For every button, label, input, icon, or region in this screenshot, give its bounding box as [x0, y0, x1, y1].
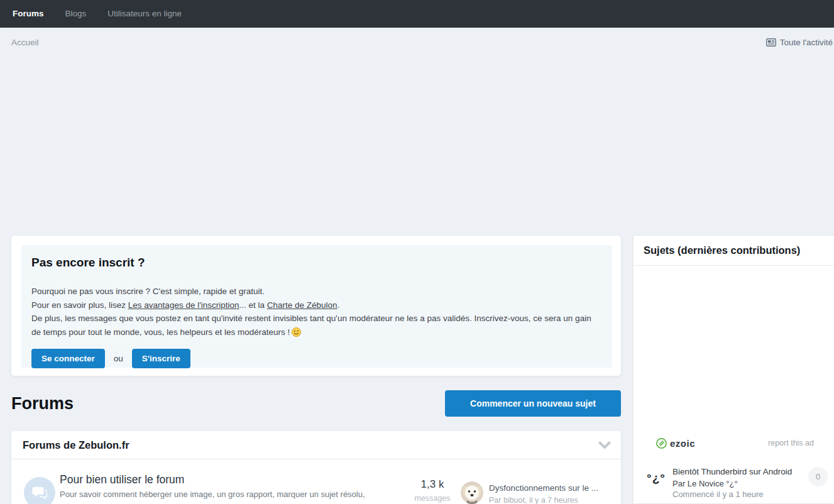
forum-title-link[interactable]: Pour bien utiliser le forum [60, 473, 184, 486]
ezoic-logo[interactable]: ezoic [656, 438, 695, 449]
collapse-category-button[interactable] [598, 441, 611, 449]
report-ad-link[interactable]: report this ad [768, 439, 814, 447]
forums-section-header: Forums Commencer un nouveau sujet [11, 390, 621, 417]
page-title: Forums [11, 394, 74, 414]
forum-category-panel: Forums de Zebulon.fr Pour bien utiliser … [11, 431, 621, 504]
forum-comments-icon[interactable] [24, 477, 55, 504]
registration-benefits-link[interactable]: Les avantages de l'inscription [128, 300, 239, 310]
signup-title: Pas encore inscrit ? [31, 256, 602, 270]
newspaper-icon [766, 38, 776, 47]
forum-description: Pour savoir comment héberger une image, … [60, 490, 402, 499]
forum-category-header: Forums de Zebulon.fr [11, 431, 621, 459]
sidebar-topic-byline: Par Le Novice °¿° [672, 479, 738, 488]
signup-line3: De plus, les messages que vous postez en… [31, 312, 602, 341]
login-button[interactable]: Se connecter [31, 349, 105, 368]
ezoic-brand-text: ezoic [670, 438, 695, 449]
nav-tab-online-users[interactable]: Utilisateurs en ligne [97, 0, 192, 28]
ad-attribution-bar: ezoic report this ad [656, 437, 814, 449]
last-post-title-link[interactable]: Dysfonctionnements sur le ... [489, 483, 598, 493]
all-activity-label: Toute l'activité [780, 38, 833, 47]
breadcrumb-home-link[interactable]: Accueil [11, 38, 39, 47]
signup-message-box: Pas encore inscrit ? Pourquoi ne pas vou… [21, 245, 612, 368]
forum-category-title: Forums de Zebulon.fr [23, 439, 129, 451]
signup-button-row: Se connecter ou S'inscrire [31, 349, 602, 368]
charter-link[interactable]: Charte de Zébulon [267, 300, 337, 310]
or-text: ou [114, 354, 123, 363]
signup-line1: Pourquoi ne pas vous inscrire ? C'est si… [31, 285, 602, 299]
sidebar-header: Sujets (dernières contributions) [634, 236, 834, 266]
forum-posts-label: messages [404, 494, 461, 503]
last-poster-avatar[interactable] [461, 481, 483, 504]
topics-sidebar: Sujets (dernières contributions) ezoic r… [634, 236, 834, 504]
topic-replies-badge: 0 [808, 467, 828, 486]
signup-line2-suffix: . [337, 300, 340, 310]
signup-line2-prefix: Pour en savoir plus, lisez [31, 300, 128, 310]
sidebar-title: Sujets (dernières contributions) [644, 244, 800, 256]
forum-row: Pour bien utiliser le forum Pour savoir … [11, 459, 621, 504]
wink-smiley-icon [292, 327, 301, 341]
nav-tab-forums[interactable]: Forums [2, 0, 55, 28]
top-navbar: Forums Blogs Utilisateurs en ligne [0, 0, 834, 28]
sidebar-topic-title-link[interactable]: Bientôt Thunderbird sur Android [672, 467, 792, 476]
nav-tab-blogs[interactable]: Blogs [55, 0, 97, 28]
signup-card: Pas encore inscrit ? Pourquoi ne pas vou… [11, 236, 621, 376]
ezoic-icon [656, 438, 667, 449]
start-new-topic-button[interactable]: Commencer un nouveau sujet [445, 390, 621, 417]
forum-posts-count: 1,3 k [404, 478, 461, 491]
chevron-down-icon [598, 441, 611, 449]
signup-line3-text: De plus, les messages que vous postez en… [31, 314, 591, 337]
topic-author-avatar[interactable]: °¿° [644, 467, 668, 490]
all-activity-link[interactable]: Toute l'activité [766, 38, 833, 47]
forum-stats: 1,3 k messages [404, 478, 461, 503]
breadcrumb-bar: Accueil Toute l'activité [0, 28, 834, 57]
last-post-byline: Par bibuot, il y a 7 heures [489, 496, 578, 504]
register-button[interactable]: S'inscrire [132, 349, 190, 368]
sidebar-topic-started-link[interactable]: Commencé il y a 1 heure [672, 490, 764, 499]
sidebar-topic-item: °¿° Bientôt Thunderbird sur Android Par … [634, 462, 834, 504]
signup-line2-mid: ... et la [239, 300, 267, 310]
signup-line2: Pour en savoir plus, lisez Les avantages… [31, 299, 602, 312]
